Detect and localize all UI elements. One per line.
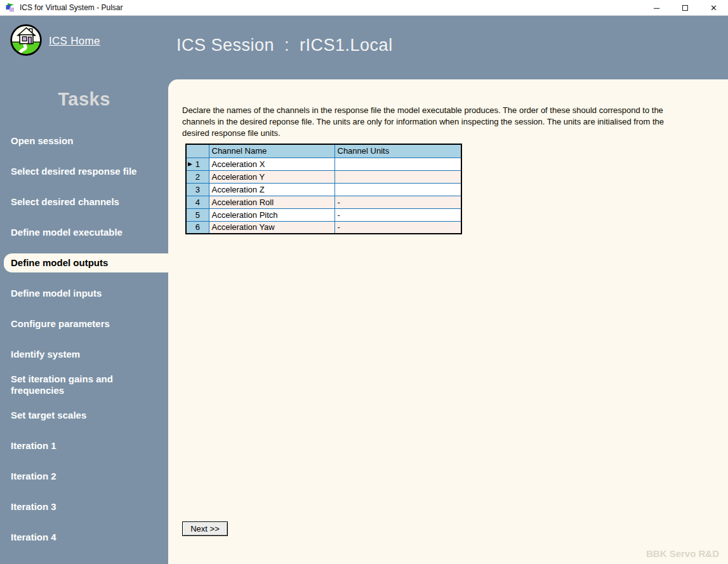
channel-units-cell[interactable]: -: [334, 208, 461, 221]
channel-name-cell[interactable]: Acceleration Z: [209, 183, 334, 196]
sidebar-item-select-desired-channels[interactable]: Select desired channels: [0, 187, 168, 217]
col-header-channel-name: Channel Name: [209, 144, 334, 158]
row-selector[interactable]: 2: [186, 170, 209, 183]
sidebar-item-iteration-2[interactable]: Iteration 2: [0, 461, 168, 492]
row-selector[interactable]: 5: [186, 208, 209, 221]
table-row: 2 Acceleration Y: [186, 170, 461, 183]
table-row: 4 Acceleration Roll -: [186, 196, 461, 208]
sidebar-item-select-desired-response-file[interactable]: Select desired response file: [0, 156, 168, 187]
row-selector[interactable]: 6: [186, 221, 209, 234]
title-bar: ICS for Virtual System - Pulsar ─ ✕: [0, 0, 728, 16]
table-row: 3 Acceleration Z: [186, 183, 461, 196]
channel-units-cell[interactable]: [334, 183, 461, 196]
channel-name-cell[interactable]: Acceleration Y: [209, 170, 334, 183]
app-icon: [5, 3, 15, 13]
sidebar-item-configure-parameters[interactable]: Configure parameters: [0, 309, 168, 339]
table-row: ▶1 Acceleration X: [186, 158, 461, 170]
footer-brand: BBK Servo R&D: [646, 548, 719, 559]
app-window: ICS for Virtual System - Pulsar ─ ✕ ICS …: [0, 0, 728, 564]
sidebar-item-define-model-executable[interactable]: Define model executable: [0, 217, 168, 248]
channel-units-cell[interactable]: [334, 170, 461, 183]
page-description: Declare the names of the channels in the…: [182, 105, 678, 139]
sidebar-item-iteration-4[interactable]: Iteration 4: [0, 522, 168, 553]
sidebar-item-set-iteration-gains[interactable]: Set iteration gains and frequencies: [0, 370, 168, 400]
row-selector[interactable]: 3: [186, 183, 209, 196]
channel-name-cell[interactable]: Acceleration X: [209, 158, 334, 170]
ics-home-link[interactable]: ICS Home: [49, 35, 100, 48]
session-title: ICS Session : rICS1.Local: [176, 36, 393, 55]
sidebar-item-set-target-scales[interactable]: Set target scales: [0, 400, 168, 431]
table-row: 6 Acceleration Yaw -: [186, 221, 461, 234]
maximize-icon[interactable]: [671, 0, 699, 16]
table-header-row: Channel Name Channel Units: [186, 144, 461, 158]
selected-task-pill: Define model outputs: [4, 253, 168, 272]
row-selector[interactable]: ▶1: [186, 158, 209, 170]
channel-name-cell[interactable]: Acceleration Yaw: [209, 221, 334, 234]
sidebar-item-define-model-outputs[interactable]: Define model outputs: [0, 248, 168, 278]
next-button[interactable]: Next >>: [182, 521, 228, 536]
sidebar-item-define-model-inputs[interactable]: Define model inputs: [0, 278, 168, 309]
tasks-heading: Tasks: [0, 89, 168, 110]
col-header-rownum: [186, 144, 209, 158]
task-list: Open session Select desired response fil…: [0, 126, 168, 553]
window-title: ICS for Virtual System - Pulsar: [20, 3, 123, 12]
minimize-icon[interactable]: ─: [642, 0, 671, 16]
channel-units-cell[interactable]: [334, 158, 461, 170]
table-row: 5 Acceleration Pitch -: [186, 208, 461, 221]
sidebar-item-iteration-1[interactable]: Iteration 1: [0, 431, 168, 461]
channel-units-cell[interactable]: -: [334, 221, 461, 234]
sidebar-item-open-session[interactable]: Open session: [0, 126, 168, 156]
row-selector[interactable]: 4: [186, 196, 209, 208]
close-icon[interactable]: ✕: [699, 0, 728, 16]
channel-name-cell[interactable]: Acceleration Pitch: [209, 208, 334, 221]
channel-units-cell[interactable]: -: [334, 196, 461, 208]
sidebar-item-identify-system[interactable]: Identify system: [0, 339, 168, 370]
col-header-channel-units: Channel Units: [334, 144, 461, 158]
sidebar-item-iteration-3[interactable]: Iteration 3: [0, 492, 168, 522]
channel-name-cell[interactable]: Acceleration Roll: [209, 196, 334, 208]
current-row-icon: ▶: [188, 161, 192, 167]
home-icon[interactable]: [9, 23, 43, 57]
content-panel: Declare the names of the channels in the…: [168, 79, 728, 564]
channels-table: Channel Name Channel Units ▶1 Accelerati…: [185, 144, 462, 234]
